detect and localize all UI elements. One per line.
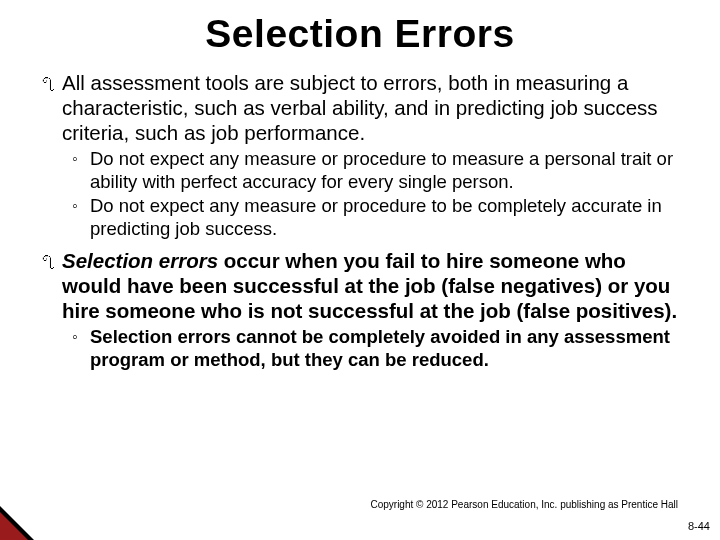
bullet-text: All assessment tools are subject to erro… <box>62 70 690 145</box>
term-emphasis: Selection errors <box>62 249 218 272</box>
bullet-glyph-l2: ◦ <box>72 326 90 371</box>
bullet-text: Selection errors occur when you fail to … <box>62 248 690 323</box>
sub-bullet-group: ◦ Selection errors cannot be completely … <box>38 326 690 371</box>
corner-decoration <box>0 506 34 540</box>
slide: Selection Errors ঀ All assessment tools … <box>0 0 720 540</box>
bullet-glyph-l2: ◦ <box>72 195 90 240</box>
bullet-level1: ঀ Selection errors occur when you fail t… <box>38 248 690 323</box>
bullet-glyph-l1: ঀ <box>38 248 62 323</box>
bullet-glyph-l2: ◦ <box>72 148 90 193</box>
bullet-level1: ঀ All assessment tools are subject to er… <box>38 70 690 145</box>
bullet-text: Selection errors cannot be completely av… <box>90 326 690 371</box>
bullet-level2: ◦ Selection errors cannot be completely … <box>72 326 690 371</box>
bullet-glyph-l1: ঀ <box>38 70 62 145</box>
bullet-text: Do not expect any measure or procedure t… <box>90 148 690 193</box>
content-body: ঀ All assessment tools are subject to er… <box>30 70 690 371</box>
bullet-text: Do not expect any measure or procedure t… <box>90 195 690 240</box>
page-number: 8-44 <box>688 520 710 532</box>
slide-title: Selection Errors <box>30 12 690 56</box>
bullet-level2: ◦ Do not expect any measure or procedure… <box>72 148 690 193</box>
copyright-text: Copyright © 2012 Pearson Education, Inc.… <box>370 499 678 510</box>
sub-bullet-group: ◦ Do not expect any measure or procedure… <box>38 148 690 240</box>
bullet-level2: ◦ Do not expect any measure or procedure… <box>72 195 690 240</box>
